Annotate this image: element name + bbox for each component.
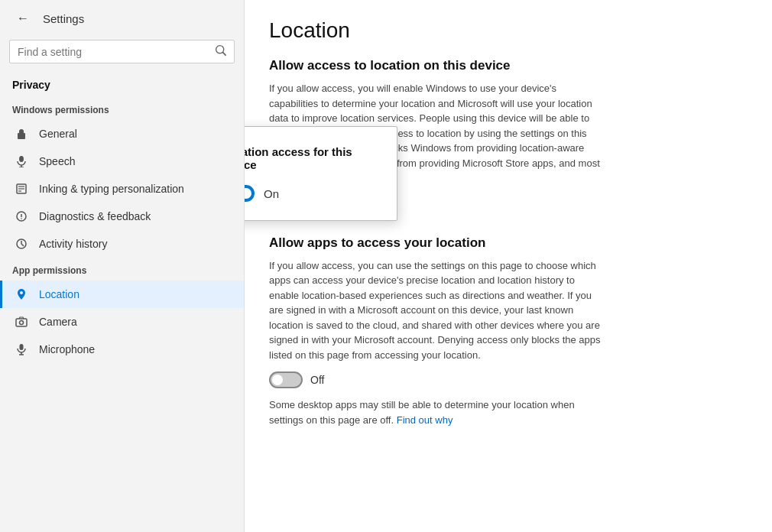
find-out-link[interactable]: Find out why xyxy=(397,414,453,426)
svg-rect-12 xyxy=(16,319,27,326)
sidebar-item-camera[interactable]: Camera xyxy=(0,308,244,336)
sidebar-item-inking[interactable]: Inking & typing personalization xyxy=(0,175,244,203)
camera-icon xyxy=(15,315,28,329)
sidebar-item-diagnostics[interactable]: Diagnostics & feedback xyxy=(0,203,244,230)
lock-icon xyxy=(15,127,28,141)
microphone-label: Microphone xyxy=(39,343,95,355)
section2-heading: Allow apps to access your location xyxy=(269,235,748,251)
sidebar-item-activity[interactable]: Activity history xyxy=(0,230,244,258)
location-label: Location xyxy=(39,288,79,300)
back-icon: ← xyxy=(17,11,29,25)
section1-heading: Allow access to location on this device xyxy=(269,58,748,73)
footer-text: Some desktop apps may still be able to d… xyxy=(269,397,605,427)
section2-description: If you allow access, you can use the set… xyxy=(269,258,605,363)
diagnostics-label: Diagnostics & feedback xyxy=(39,210,151,222)
speech-label: Speech xyxy=(39,155,75,167)
general-label: General xyxy=(39,128,77,140)
svg-point-10 xyxy=(21,218,22,219)
apps-location-toggle-row: Off xyxy=(269,371,748,388)
svg-rect-14 xyxy=(20,344,24,350)
svg-point-13 xyxy=(20,321,24,325)
privacy-label: Privacy xyxy=(0,73,244,97)
windows-permissions-label: Windows permissions xyxy=(0,97,244,120)
activity-icon xyxy=(15,237,28,251)
page-title: Location xyxy=(269,18,748,43)
sidebar-item-microphone[interactable]: Microphone xyxy=(0,336,244,363)
activity-label: Activity history xyxy=(39,238,107,250)
popup-toggle-row: On xyxy=(245,185,375,202)
sidebar-item-speech[interactable]: Speech xyxy=(0,148,244,175)
search-box[interactable] xyxy=(9,40,235,63)
popup-title: Location access for this device xyxy=(245,145,375,171)
svg-point-1 xyxy=(19,156,24,162)
diagnostics-icon xyxy=(15,209,28,223)
search-icon xyxy=(216,45,226,58)
location-device-popup: Location access for this device On xyxy=(245,126,397,221)
search-input[interactable] xyxy=(18,46,209,58)
inking-label: Inking & typing personalization xyxy=(39,183,184,195)
sidebar: ← Settings Privacy Windows permissions G… xyxy=(0,0,245,532)
microphone-icon xyxy=(15,342,28,356)
location-icon xyxy=(15,287,28,301)
sidebar-item-location[interactable]: Location xyxy=(0,281,244,308)
app-permissions-label: App permissions xyxy=(0,258,244,281)
popup-overlay: Location access for this device On xyxy=(245,126,397,221)
camera-label: Camera xyxy=(39,316,77,328)
apps-toggle-label: Off xyxy=(310,374,324,386)
sidebar-header: ← Settings xyxy=(0,0,244,37)
app-title: Settings xyxy=(43,12,84,25)
device-location-toggle[interactable] xyxy=(245,185,255,202)
apps-location-toggle[interactable] xyxy=(269,371,303,388)
svg-rect-0 xyxy=(18,133,25,139)
back-button[interactable]: ← xyxy=(12,8,34,29)
main-content: Location Allow access to location on thi… xyxy=(245,0,772,532)
inking-icon xyxy=(15,182,28,196)
speech-icon xyxy=(15,154,28,168)
sidebar-item-general[interactable]: General xyxy=(0,120,244,148)
popup-toggle-label: On xyxy=(264,187,279,200)
